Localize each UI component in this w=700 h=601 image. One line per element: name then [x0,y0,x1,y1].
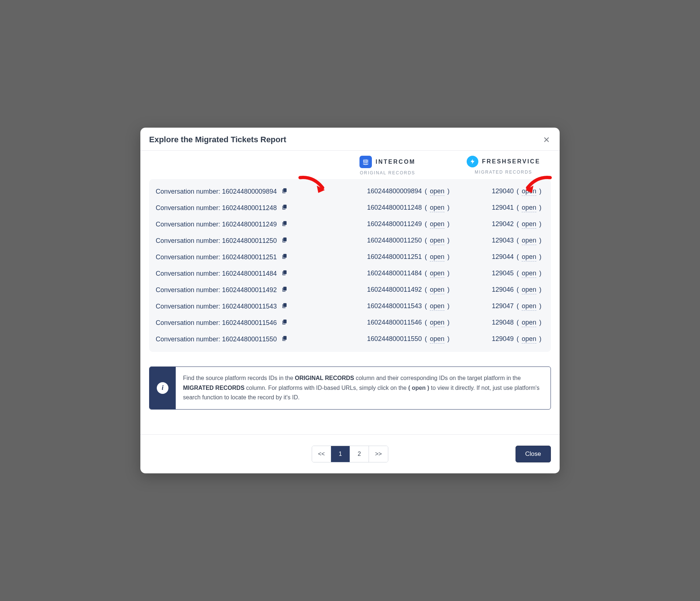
conversation-label: Conversation number: 160244800011543 [156,302,312,311]
copy-icon[interactable] [281,220,288,229]
conversation-label: Conversation number: 160244800011250 [156,237,312,245]
svg-rect-10 [283,238,287,242]
info-box: i Find the source platform records IDs i… [149,367,551,409]
original-id-cell: 160244800011492(open) [312,286,463,294]
copy-icon[interactable] [281,335,288,344]
copy-icon[interactable] [281,237,288,245]
open-original-link[interactable]: open [430,319,444,327]
open-original-link[interactable]: open [430,335,444,344]
arrow-indicator-icon [520,175,553,197]
open-migrated-link[interactable]: open [522,237,536,245]
table-row: Conversation number: 1602448000112511602… [156,249,544,265]
migrated-id-cell: 129046(open) [463,286,544,294]
open-original-link[interactable]: open [430,204,444,212]
pagination: <<12>> [312,446,388,462]
table-row: Conversation number: 1602448000115431602… [156,298,544,315]
conversation-label: Conversation number: 160244800011249 [156,220,312,229]
svg-rect-9 [283,221,287,225]
close-icon[interactable] [542,135,551,144]
close-button[interactable]: Close [516,446,551,462]
migrated-id-cell: 129045(open) [463,270,544,278]
open-original-link[interactable]: open [430,237,444,245]
page-2-button[interactable]: 2 [350,446,369,462]
copy-icon[interactable] [281,270,288,278]
migrated-id-cell: 129044(open) [463,253,544,261]
page-next-button[interactable]: >> [369,446,388,462]
open-migrated-link[interactable]: open [522,302,536,311]
open-original-link[interactable]: open [430,220,444,229]
migrated-id-cell: 129048(open) [463,319,544,327]
svg-rect-8 [283,205,287,209]
svg-rect-15 [283,320,287,324]
table-row: Conversation number: 1602448000112481602… [156,200,544,216]
original-id-cell: 160244800011546(open) [312,319,463,327]
migrated-column-header: FRESHSERVICE MIGRATED RECORDS [463,156,544,175]
copy-icon[interactable] [281,204,288,212]
svg-rect-12 [283,271,287,275]
table-row: Conversation number: 1602448000114841602… [156,265,544,282]
open-migrated-link[interactable]: open [522,253,536,261]
arrow-indicator-icon [297,175,330,197]
original-brand-name: INTERCOM [376,159,415,165]
migrated-id-cell: 129041(open) [463,204,544,212]
open-migrated-link[interactable]: open [522,220,536,229]
migrated-brand-name: FRESHSERVICE [482,158,540,165]
intercom-icon [359,156,372,168]
original-id-cell: 160244800011249(open) [312,220,463,229]
copy-icon[interactable] [281,286,288,294]
open-original-link[interactable]: open [430,270,444,278]
conversation-label: Conversation number: 160244800011251 [156,253,312,261]
svg-rect-14 [283,303,287,307]
original-id-cell: 160244800011543(open) [312,302,463,311]
open-migrated-link[interactable]: open [522,286,536,294]
info-text: Find the source platform records IDs in … [176,367,551,409]
svg-rect-11 [283,254,287,258]
original-id-cell: 160244800011250(open) [312,237,463,245]
migrated-tickets-modal: Explore the Migrated Tickets Report INTE… [140,128,560,473]
conversation-label: Conversation number: 160244800011546 [156,319,312,327]
original-id-cell: 160244800011550(open) [312,335,463,344]
migrated-id-cell: 129049(open) [463,335,544,344]
open-migrated-link[interactable]: open [522,204,536,212]
copy-icon[interactable] [281,253,288,261]
conversation-label: Conversation number: 160244800011484 [156,270,312,278]
records-table: Conversation number: 1602448000098941602… [149,179,551,352]
modal-footer: <<12>> Close [140,435,560,473]
original-id-cell: 160244800011484(open) [312,270,463,278]
table-row: Conversation number: 1602448000112501602… [156,233,544,249]
original-id-cell: 160244800011248(open) [312,204,463,212]
table-row: Conversation number: 1602448000098941602… [156,183,544,200]
conversation-label: Conversation number: 160244800011248 [156,204,312,212]
columns-header: INTERCOM ORIGINAL RECORDS FRESHSERVICE M… [149,151,551,179]
migrated-id-cell: 129047(open) [463,302,544,311]
copy-icon[interactable] [281,187,288,196]
conversation-label: Conversation number: 160244800009894 [156,187,312,196]
svg-rect-7 [283,189,287,193]
open-original-link[interactable]: open [430,187,444,196]
table-row: Conversation number: 1602448000112491602… [156,216,544,233]
open-original-link[interactable]: open [430,302,444,311]
migrated-id-cell: 129042(open) [463,220,544,229]
open-migrated-link[interactable]: open [522,270,536,278]
copy-icon[interactable] [281,302,288,311]
page-1-button[interactable]: 1 [331,446,350,462]
modal-title: Explore the Migrated Tickets Report [149,135,286,144]
svg-rect-13 [283,287,287,291]
original-subtitle: ORIGINAL RECORDS [360,170,415,175]
migrated-id-cell: 129043(open) [463,237,544,245]
info-icon: i [149,367,176,409]
freshservice-icon [467,156,478,167]
conversation-label: Conversation number: 160244800011492 [156,286,312,294]
table-row: Conversation number: 1602448000115461602… [156,315,544,331]
svg-rect-16 [283,336,287,340]
original-column-header: INTERCOM ORIGINAL RECORDS [312,156,463,175]
migrated-subtitle: MIGRATED RECORDS [475,170,532,175]
page-prev-button[interactable]: << [312,446,331,462]
original-id-cell: 160244800009894(open) [312,187,463,196]
open-migrated-link[interactable]: open [522,319,536,327]
copy-icon[interactable] [281,319,288,327]
open-original-link[interactable]: open [430,286,444,294]
open-original-link[interactable]: open [430,253,444,261]
open-migrated-link[interactable]: open [522,335,536,344]
table-row: Conversation number: 1602448000115501602… [156,331,544,348]
